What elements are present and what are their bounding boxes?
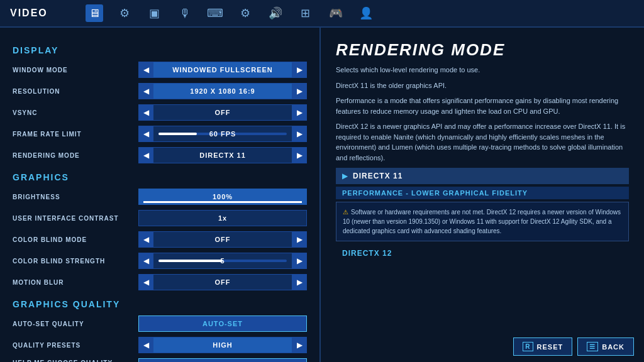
nav-icon-profile[interactable]: 👤 (357, 4, 375, 22)
nav-icon-network[interactable]: ⊞ (297, 4, 314, 22)
quality-presets-value: HIGH (153, 337, 292, 353)
graphics-section-title: GRAPHICS (13, 172, 307, 182)
reset-button[interactable]: R RESET (513, 337, 572, 356)
page-title: VIDEO (10, 8, 48, 19)
back-button[interactable]: ☰ BACK (577, 337, 634, 356)
brightness-control: 100% (138, 189, 307, 205)
nav-icon-monitor[interactable]: 🖥 (86, 4, 103, 22)
open-website-button[interactable]: OPEN WEBSITE (138, 358, 307, 362)
colorblind-strength-row: COLOR BLIND STRENGTH ◀ 5 ▶ (13, 251, 307, 270)
nav-icon-controller[interactable]: ⚙ (236, 4, 254, 22)
rendering-mode-next[interactable]: ▶ (292, 147, 307, 163)
frame-rate-label: FRAME RATE LIMIT (13, 131, 138, 138)
colorblind-strength-slider: ◀ 5 ▶ (138, 253, 307, 269)
frame-rate-value: 60 FPS (153, 130, 292, 138)
brightness-label: BRIGHTNESS (13, 194, 138, 200)
resolution-next[interactable]: ▶ (292, 83, 307, 99)
colorblind-mode-label: COLOR BLIND MODE (13, 236, 138, 243)
auto-set-button[interactable]: AUTO-SET (138, 315, 307, 332)
directx11-option[interactable]: ▶ DIRECTX 11 (336, 168, 629, 184)
brightness-fill (143, 201, 302, 203)
window-mode-label: WINDOW MODE (13, 67, 138, 74)
quality-presets-label: QUALITY PRESETS (13, 342, 138, 349)
colorblind-mode-prev[interactable]: ◀ (138, 231, 153, 248)
quality-presets-row: QUALITY PRESETS ◀ HIGH ▶ (13, 336, 307, 354)
render-title: RENDERING MODE (336, 40, 629, 60)
vsync-row: VSYNC ◀ OFF ▶ (13, 103, 307, 122)
resolution-value: 1920 X 1080 16:9 (153, 83, 292, 99)
nav-icons: 🖥 ⚙ ▣ 🎙 ⌨ ⚙ 🔊 ⊞ 🎮 👤 (86, 4, 375, 22)
window-mode-row: WINDOW MODE ◀ WINDOWED FULLSCREEN ▶ (13, 60, 307, 79)
main-layout: DISPLAY WINDOW MODE ◀ WINDOWED FULLSCREE… (0, 28, 644, 362)
rendering-mode-prev[interactable]: ◀ (138, 147, 153, 163)
frame-rate-next[interactable]: ▶ (292, 126, 307, 142)
frame-rate-prev[interactable]: ◀ (138, 126, 153, 142)
directx11-text: DIRECTX 11 (353, 172, 402, 180)
brightness-track (143, 201, 302, 203)
nav-icon-display[interactable]: ▣ (146, 4, 164, 22)
warning-text: ⚠Software or hardware requirements are n… (343, 207, 622, 236)
nav-icon-keyboard[interactable]: ⌨ (206, 4, 224, 22)
nav-icon-speaker[interactable]: 🔊 (267, 4, 284, 22)
colorblind-strength-next[interactable]: ▶ (292, 253, 307, 269)
back-label: BACK (602, 343, 625, 351)
vsync-prev[interactable]: ◀ (138, 104, 153, 121)
ui-contrast-row: USER INTERFACE CONTRAST 1x (13, 209, 307, 228)
display-section-title: DISPLAY (13, 45, 307, 55)
help-choose-row: HELP ME CHOOSE QUALITY SETTINGS OPEN WEB… (13, 357, 307, 362)
ui-contrast-control: 1x (138, 210, 307, 226)
frame-rate-row: FRAME RATE LIMIT ◀ 60 FPS ▶ (13, 124, 307, 143)
brightness-slider[interactable]: 100% (138, 189, 307, 205)
window-mode-value: WINDOWED FULLSCREEN (153, 62, 292, 78)
bottom-bar: R RESET ☰ BACK (513, 337, 634, 356)
auto-set-label: AUTO-SET QUALITY (13, 321, 138, 327)
auto-set-row: AUTO-SET QUALITY AUTO-SET (13, 314, 307, 333)
colorblind-mode-row: COLOR BLIND MODE ◀ OFF ▶ (13, 230, 307, 249)
rendering-mode-control: ◀ DIRECTX 11 ▶ (138, 147, 307, 163)
vsync-next[interactable]: ▶ (292, 104, 307, 121)
render-desc1: Selects which low-level rendering mode t… (336, 65, 629, 75)
frame-rate-slider: ◀ 60 FPS ▶ (138, 126, 307, 142)
resolution-row: RESOLUTION ◀ 1920 X 1080 16:9 ▶ (13, 82, 307, 101)
ui-contrast-label: USER INTERFACE CONTRAST (13, 215, 138, 222)
top-nav: VIDEO 🖥 ⚙ ▣ 🎙 ⌨ ⚙ 🔊 ⊞ 🎮 👤 (0, 0, 644, 28)
quality-presets-control: ◀ HIGH ▶ (138, 337, 307, 353)
motion-blur-value: OFF (153, 274, 292, 290)
colorblind-mode-arrow: ◀ OFF ▶ (138, 231, 307, 248)
motion-blur-next[interactable]: ▶ (292, 274, 307, 290)
vsync-label: VSYNC (13, 109, 138, 116)
colorblind-strength-control: ◀ 5 ▶ (138, 253, 307, 269)
render-desc2: DirectX 11 is the older graphics API. (336, 80, 629, 91)
motion-blur-control: ◀ OFF ▶ (138, 274, 307, 290)
colorblind-strength-prev[interactable]: ◀ (138, 253, 153, 269)
quality-presets-prev[interactable]: ◀ (138, 337, 153, 353)
quality-presets-next[interactable]: ▶ (292, 337, 307, 353)
window-mode-arrow-control: ◀ WINDOWED FULLSCREEN ▶ (138, 62, 307, 78)
resolution-prev[interactable]: ◀ (138, 83, 153, 99)
nav-icon-mic[interactable]: 🎙 (176, 4, 194, 22)
motion-blur-prev[interactable]: ◀ (138, 274, 153, 290)
window-mode-next[interactable]: ▶ (292, 62, 307, 78)
warning-icon: ⚠ (343, 209, 348, 216)
nav-icon-gamepad[interactable]: 🎮 (327, 4, 345, 22)
directx12-option[interactable]: DIRECTX 12 (336, 246, 629, 260)
render-desc3: Performance is a mode that offers signif… (336, 96, 629, 116)
motion-blur-row: MOTION BLUR ◀ OFF ▶ (13, 273, 307, 292)
ui-contrast-value-display[interactable]: 1x (138, 210, 307, 226)
performance-sub-label: PERFORMANCE - LOWER GRAPHICAL FIDELITY (336, 187, 629, 199)
colorblind-mode-next[interactable]: ▶ (292, 231, 307, 248)
window-mode-prev[interactable]: ◀ (138, 62, 153, 78)
colorblind-strength-label: COLOR BLIND STRENGTH (13, 258, 138, 265)
reset-label: RESET (537, 343, 564, 351)
brightness-row: BRIGHTNESS 100% (13, 187, 307, 206)
resolution-label: RESOLUTION (13, 88, 138, 95)
motion-blur-label: MOTION BLUR (13, 279, 138, 286)
nav-icon-gear[interactable]: ⚙ (116, 4, 133, 22)
quality-section-title: GRAPHICS QUALITY (13, 299, 307, 309)
colorblind-mode-value: OFF (153, 231, 292, 248)
help-choose-label: HELP ME CHOOSE QUALITY SETTINGS (13, 359, 138, 362)
ui-contrast-value: 1x (218, 214, 227, 222)
vsync-arrow-control: ◀ OFF ▶ (138, 104, 307, 121)
window-mode-control: ◀ WINDOWED FULLSCREEN ▶ (138, 62, 307, 78)
right-panel: RENDERING MODE Selects which low-level r… (321, 28, 644, 362)
